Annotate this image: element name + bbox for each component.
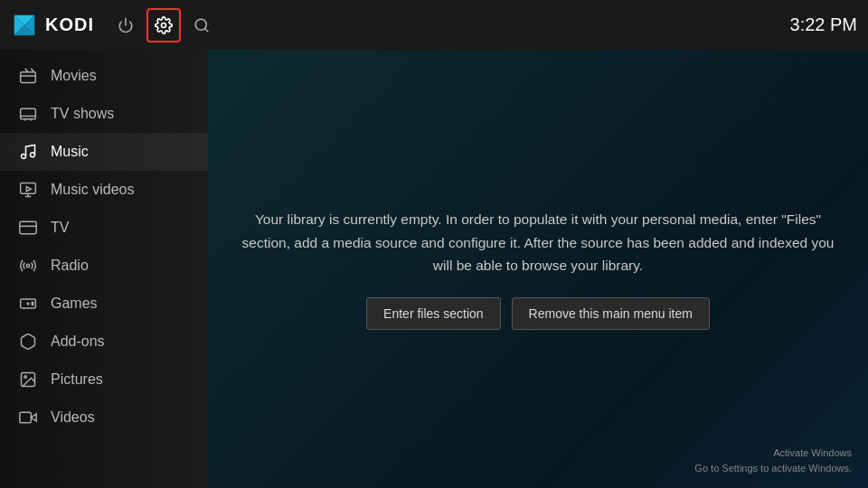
top-bar: KODI 3:22 PM [0, 0, 868, 50]
sidebar-item-addons[interactable]: Add-ons [0, 323, 208, 361]
sidebar-item-movies[interactable]: Movies [0, 57, 208, 95]
tvshows-icon [18, 104, 38, 124]
sidebar-label-games: Games [51, 296, 98, 312]
app-title: KODI [45, 14, 94, 35]
svg-rect-29 [20, 412, 31, 423]
movies-icon [18, 66, 38, 86]
kodi-logo: KODI [11, 12, 94, 39]
activate-windows-notice: Activate Windows Go to Settings to activ… [694, 446, 852, 475]
sidebar-label-tv: TV [51, 220, 69, 236]
sidebar-item-radio[interactable]: Radio [0, 247, 208, 285]
sidebar-label-pictures: Pictures [51, 371, 103, 388]
main-layout: Movies TV shows Music Music videos TV [0, 50, 868, 488]
activate-windows-line1: Activate Windows [694, 446, 852, 461]
sidebar-item-games[interactable]: Games [0, 285, 208, 323]
svg-point-13 [31, 153, 35, 157]
sidebar-item-pictures[interactable]: Pictures [0, 361, 208, 399]
tv-icon [18, 218, 38, 238]
sidebar-label-radio: Radio [51, 258, 89, 274]
games-icon [18, 294, 38, 314]
sidebar: Movies TV shows Music Music videos TV [0, 50, 208, 488]
svg-marker-28 [31, 414, 36, 421]
svg-rect-9 [21, 108, 36, 119]
power-icon [118, 17, 134, 33]
svg-marker-15 [26, 187, 31, 192]
power-button[interactable] [108, 8, 143, 42]
svg-point-5 [162, 23, 166, 27]
radio-icon [18, 256, 38, 276]
kodi-icon [11, 12, 38, 39]
svg-rect-18 [20, 221, 36, 233]
sidebar-item-tvshows[interactable]: TV shows [0, 95, 208, 133]
enter-files-button[interactable]: Enter files section [366, 297, 501, 330]
svg-point-27 [24, 376, 26, 379]
addons-icon [18, 332, 38, 352]
empty-library-message: Your library is currently empty. In orde… [235, 208, 841, 277]
activate-windows-line2: Go to Settings to activate Windows. [694, 461, 852, 476]
sidebar-item-videos[interactable]: Videos [0, 399, 208, 436]
svg-point-20 [26, 264, 29, 267]
remove-menu-item-button[interactable]: Remove this main menu item [512, 297, 710, 330]
music-icon [18, 142, 38, 162]
search-icon [193, 17, 210, 33]
sidebar-label-videos: Videos [51, 409, 95, 426]
action-buttons: Enter files section Remove this main men… [235, 297, 841, 330]
musicvideos-icon [18, 180, 38, 200]
empty-library-box: Your library is currently empty. In orde… [235, 208, 841, 330]
content-area: Your library is currently empty. In orde… [208, 50, 868, 488]
sidebar-label-tvshows: TV shows [51, 106, 114, 122]
top-bar-icons [108, 8, 219, 42]
svg-rect-8 [21, 72, 36, 83]
sidebar-item-music[interactable]: Music [0, 133, 208, 171]
sidebar-label-music: Music [51, 144, 89, 160]
settings-icon [155, 16, 173, 34]
sidebar-label-addons: Add-ons [51, 333, 105, 350]
sidebar-label-movies: Movies [51, 68, 97, 84]
svg-line-7 [204, 28, 207, 31]
sidebar-item-musicvideos[interactable]: Music videos [0, 171, 208, 209]
svg-point-12 [22, 155, 26, 159]
videos-icon [18, 408, 38, 427]
pictures-icon [18, 370, 38, 389]
sidebar-item-tv[interactable]: TV [0, 209, 208, 247]
sidebar-label-musicvideos: Music videos [51, 182, 134, 198]
search-button[interactable] [184, 8, 219, 42]
time-display: 3:22 PM [790, 14, 857, 35]
settings-button[interactable] [146, 8, 181, 42]
svg-point-25 [32, 304, 33, 305]
